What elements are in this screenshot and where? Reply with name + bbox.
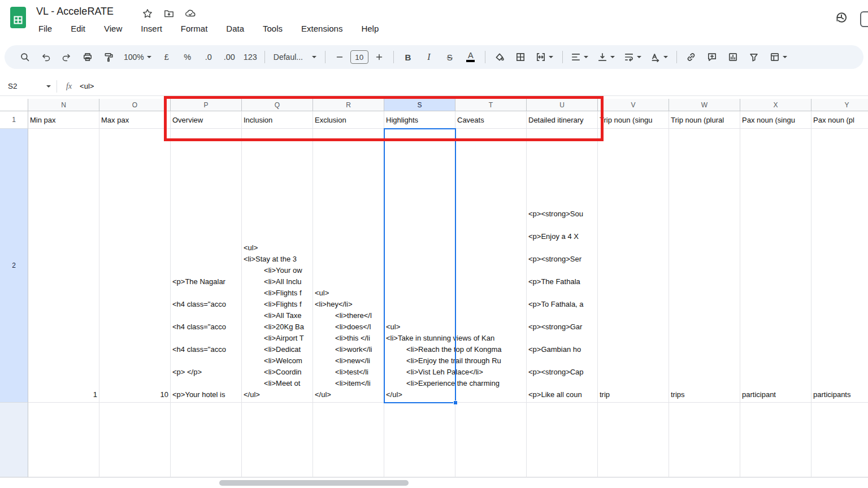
cell-S1[interactable]: Highlights [384, 111, 455, 129]
row-header-1[interactable]: 1 [0, 111, 28, 129]
font-select[interactable]: Defaul... [269, 47, 321, 67]
move-to-folder-icon[interactable] [163, 7, 175, 20]
cell-N3[interactable] [28, 403, 99, 477]
font-size-input[interactable]: 10 [350, 50, 368, 64]
cell-T1[interactable]: Caveats [455, 111, 527, 129]
cloud-saved-icon[interactable] [184, 7, 197, 20]
borders-icon[interactable] [510, 47, 531, 67]
menu-edit[interactable]: Edit [70, 23, 86, 34]
decrease-decimal-button[interactable]: .0 [198, 47, 219, 67]
zoom-select[interactable]: 100% [119, 47, 156, 67]
cell-U1[interactable]: Detailed itinerary [527, 111, 598, 129]
cell-X3[interactable] [740, 403, 811, 477]
column-header-O[interactable]: O [99, 99, 171, 111]
cell-P1[interactable]: Overview [171, 111, 242, 129]
column-header-Q[interactable]: Q [242, 99, 313, 111]
cell-N2[interactable] [28, 129, 99, 403]
cell-S3[interactable] [384, 403, 455, 477]
cell-X1[interactable]: Pax noun (singu [740, 111, 811, 129]
horizontal-align-icon[interactable] [567, 47, 593, 67]
text-wrapping-icon[interactable] [620, 47, 646, 67]
insert-comment-icon[interactable] [702, 47, 722, 67]
horizontal-scrollbar-thumb[interactable] [219, 480, 409, 486]
insert-link-icon[interactable] [681, 47, 701, 67]
version-history-icon[interactable] [834, 10, 849, 25]
star-icon[interactable] [141, 7, 154, 20]
insert-chart-icon[interactable] [723, 47, 743, 67]
cell-V2[interactable] [598, 129, 669, 403]
column-header-Y[interactable]: Y [811, 99, 868, 111]
italic-button[interactable]: I [419, 47, 439, 67]
text-color-button[interactable]: A [461, 47, 481, 67]
menu-insert[interactable]: Insert [140, 23, 163, 34]
undo-icon[interactable] [36, 47, 56, 67]
vertical-align-icon[interactable] [593, 47, 619, 67]
currency-format-button[interactable]: £ [157, 47, 177, 67]
cell-X2[interactable] [740, 129, 811, 403]
fill-handle[interactable] [453, 400, 458, 405]
cell-O3[interactable] [99, 403, 171, 477]
strikethrough-button[interactable]: S [440, 47, 460, 67]
percent-format-button[interactable]: % [177, 47, 198, 67]
fx-icon: fx [66, 82, 72, 91]
text-rotation-icon[interactable] [646, 47, 672, 67]
row-header-2[interactable]: 2 [0, 129, 28, 403]
document-title[interactable]: VL - AcceleRATE [36, 6, 114, 18]
menu-tools[interactable]: Tools [262, 23, 284, 34]
row-2: 1 10 <p>The Nagalar <h4 class="acco <h4 … [28, 129, 868, 403]
name-box[interactable]: S2 [0, 82, 57, 90]
increase-decimal-button[interactable]: .00 [219, 47, 240, 67]
cell-O2[interactable] [99, 129, 171, 403]
select-all-corner[interactable] [0, 99, 28, 111]
column-header-X[interactable]: X [740, 99, 811, 111]
column-header-P[interactable]: P [171, 99, 242, 111]
cell-W3[interactable] [669, 403, 740, 477]
cell-W1[interactable]: Trip noun (plural [669, 111, 740, 129]
menu-format[interactable]: Format [180, 23, 209, 34]
clipped-corner-icon[interactable] [860, 11, 868, 27]
cell-R1[interactable]: Exclusion [313, 111, 384, 129]
menu-extensions[interactable]: Extensions [300, 23, 344, 34]
decrease-font-size-button[interactable] [329, 47, 350, 67]
row-header-3[interactable] [0, 403, 28, 477]
fill-color-icon[interactable] [489, 47, 510, 67]
more-formats-button[interactable]: 123 [240, 47, 261, 67]
bold-button[interactable]: B [398, 47, 418, 67]
cell-Y3[interactable] [811, 403, 868, 477]
menu-help[interactable]: Help [360, 23, 380, 34]
column-header-V[interactable]: V [598, 99, 669, 111]
print-icon[interactable] [77, 47, 98, 67]
menu-view[interactable]: View [103, 23, 123, 34]
column-header-T[interactable]: T [455, 99, 527, 111]
menu-file[interactable]: File [37, 23, 53, 34]
menu-data[interactable]: Data [225, 23, 245, 34]
cell-Q1[interactable]: Inclusion [242, 111, 313, 129]
search-icon[interactable] [15, 47, 35, 67]
table-views-icon[interactable] [765, 47, 793, 67]
merge-cells-icon[interactable] [531, 47, 558, 67]
column-header-S[interactable]: S [384, 99, 455, 111]
cell-Y2[interactable] [811, 129, 868, 403]
cell-U3[interactable] [527, 403, 598, 477]
cell-P3[interactable] [171, 403, 242, 477]
cell-O1[interactable]: Max pax [99, 111, 171, 129]
cell-V1[interactable]: Trip noun (singu [598, 111, 669, 129]
formula-input[interactable]: <ul> [80, 82, 94, 90]
sheets-logo-icon[interactable] [10, 7, 26, 28]
cell-R3[interactable] [313, 403, 384, 477]
column-header-U[interactable]: U [527, 99, 598, 111]
cell-N1[interactable]: Min pax [28, 111, 99, 129]
paint-format-icon[interactable] [98, 47, 119, 67]
cell-Y1[interactable]: Pax noun (pl [811, 111, 868, 129]
cell-text-N2: 1 [30, 389, 97, 400]
column-header-W[interactable]: W [669, 99, 740, 111]
cell-W2[interactable] [669, 129, 740, 403]
column-header-N[interactable]: N [28, 99, 99, 111]
cell-T3[interactable] [455, 403, 527, 477]
cell-Q3[interactable] [242, 403, 313, 477]
redo-icon[interactable] [57, 47, 77, 67]
column-header-R[interactable]: R [313, 99, 384, 111]
increase-font-size-button[interactable] [369, 47, 389, 67]
cell-V3[interactable] [598, 403, 669, 477]
create-filter-icon[interactable] [744, 47, 764, 67]
